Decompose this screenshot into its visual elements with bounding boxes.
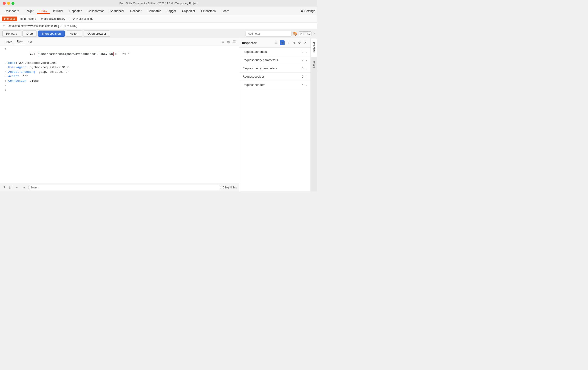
line-content-7 <box>8 83 236 88</box>
help-icon[interactable]: ? <box>313 32 315 36</box>
code-line-4: 4 Accept-Encoding: gzip, deflate, br <box>3 70 236 74</box>
nav-learn[interactable]: Learn <box>219 8 232 13</box>
side-tab-inspector[interactable]: Inspector <box>311 38 317 57</box>
inspector-row-request-attributes[interactable]: Request attributes 2 ⌄ <box>239 48 311 56</box>
sub-nav-intercept[interactable]: Intercept <box>2 17 17 21</box>
back-button[interactable]: ← <box>14 185 20 190</box>
inspector-align-right-icon[interactable]: ⊠ <box>291 41 296 45</box>
chevron-down-icon: ⌄ <box>305 59 307 62</box>
nav-logger[interactable]: Logger <box>164 8 179 13</box>
search-input[interactable] <box>28 185 221 190</box>
inspector-row-label: Request query parameters <box>242 58 302 62</box>
line-content-4: Accept-Encoding: gzip, deflate, br <box>8 70 236 74</box>
nav-sequencer[interactable]: Sequencer <box>107 8 127 13</box>
newline-icon[interactable]: \n <box>226 40 231 44</box>
chevron-down-icon: ⌄ <box>305 67 307 70</box>
menu-icon[interactable]: ☰ <box>232 40 237 44</box>
line-content-6: Connection: close <box>8 79 236 83</box>
chevron-down-icon: ⌄ <box>305 75 307 78</box>
http-method: GET <box>30 52 37 56</box>
sub-nav-http-history[interactable]: HTTP history <box>18 17 38 21</box>
tab-hex[interactable]: Hex <box>25 40 35 44</box>
intercept-toggle-button[interactable]: Intercept is on <box>38 31 65 37</box>
line-content-8 <box>8 88 236 92</box>
line-content-5: Accept: */* <box>8 74 236 79</box>
inspector-row-query-params[interactable]: Request query parameters 2 ⌄ <box>239 56 311 64</box>
title-bar: Burp Suite Community Edition v2023.11.1.… <box>0 0 317 7</box>
nav-comparer[interactable]: Comparer <box>145 8 164 13</box>
inspector-close-icon[interactable]: ✕ <box>303 41 308 45</box>
proxy-settings-button[interactable]: ⚙ Proxy settings <box>71 17 95 21</box>
inspector-panel: Inspector ☰ ⊞ ⊟ ⊠ ⚙ ✕ Request attributes… <box>239 38 311 191</box>
line-number: 2 <box>3 61 6 65</box>
nav-decoder[interactable]: Decoder <box>127 8 144 13</box>
code-line-2: 2 Host: www.testcode.com:9201 <box>3 61 236 65</box>
nav-repeater[interactable]: Repeater <box>67 8 84 13</box>
line-number: 5 <box>3 74 6 79</box>
http-version-badge: HTTP/1 <box>299 31 311 36</box>
line-number: 7 <box>3 83 6 88</box>
inspector-header: Inspector ☰ ⊞ ⊟ ⊠ ⚙ ✕ <box>239 38 311 48</box>
inspector-split-icon[interactable]: ⊞ <box>280 41 284 45</box>
code-line-3: 3 User-Agent: python-requests/2.31.0 <box>3 65 236 70</box>
inspector-row-count: 2 <box>302 58 304 62</box>
inspector-row-label: Request body parameters <box>242 67 302 70</box>
colorful-burp-icon: 🎨 <box>293 31 297 36</box>
close-button[interactable] <box>3 2 6 5</box>
question-button[interactable]: ? <box>2 185 6 190</box>
main-content: Pretty Raw Hex ≡ \n ☰ 1 GET /?username=t… <box>0 38 317 191</box>
line-content-2: Host: www.testcode.com:9201 <box>8 61 236 65</box>
line-number: 6 <box>3 79 6 83</box>
maximize-button[interactable] <box>11 2 14 5</box>
line-content-3: User-Agent: python-requests/2.31.0 <box>8 65 236 70</box>
add-notes-input[interactable] <box>246 31 292 37</box>
settings-button[interactable]: ⚙ Settings <box>301 9 315 13</box>
code-editor[interactable]: 1 GET /?username=test&passwd=aaabbbccc12… <box>0 45 239 183</box>
inspector-rows: Request attributes 2 ⌄ Request query par… <box>239 48 311 191</box>
inspector-row-headers[interactable]: Request headers 5 ⌄ <box>239 81 311 89</box>
tab-raw[interactable]: Raw <box>14 39 25 44</box>
forward-button[interactable]: Forward <box>2 31 21 37</box>
sub-nav-websockets-history[interactable]: WebSockets history <box>39 17 68 21</box>
window-title: Burp Suite Community Edition v2023.11.1.… <box>119 2 198 5</box>
code-line-7: 7 <box>3 83 236 88</box>
line-number: 1 <box>3 47 6 61</box>
line-content-1: GET /?username=test&passwd=aaabbbccc1234… <box>8 47 236 61</box>
open-browser-button[interactable]: Open browser <box>84 31 110 37</box>
nav-divider <box>69 17 69 21</box>
main-nav: Dashboard Target Proxy Intruder Repeater… <box>0 7 317 15</box>
action-button[interactable]: Action <box>66 31 82 37</box>
nav-dashboard[interactable]: Dashboard <box>2 8 22 13</box>
gear-icon: ⚙ <box>72 17 75 21</box>
nav-collaborator[interactable]: Collaborator <box>85 8 106 13</box>
inspector-row-cookies[interactable]: Request cookies 0 ⌄ <box>239 72 311 81</box>
view-icons: ≡ \n ☰ <box>221 40 237 44</box>
inspector-title: Inspector <box>242 41 273 45</box>
inspector-row-body-params[interactable]: Request body parameters 0 ⌄ <box>239 64 311 72</box>
http-version-text: HTTP/1.1 <box>114 52 130 56</box>
inspector-align-left-icon[interactable]: ⊟ <box>285 41 290 45</box>
drop-button[interactable]: Drop <box>22 31 37 37</box>
inspector-row-label: Request attributes <box>242 50 302 53</box>
nav-extensions[interactable]: Extensions <box>199 8 219 13</box>
request-bar: ✏ Request to http://www.testcode.com:920… <box>0 22 317 29</box>
side-tab-notes[interactable]: Notes <box>311 57 317 71</box>
code-line-5: 5 Accept: */* <box>3 74 236 79</box>
inspector-row-label: Request headers <box>242 83 302 87</box>
inspector-list-icon[interactable]: ☰ <box>274 41 279 45</box>
url-path: /?username=test&passwd=aaabbbccc12345678… <box>37 52 114 56</box>
inspector-settings-icon[interactable]: ⚙ <box>297 41 302 45</box>
minimize-button[interactable] <box>7 2 10 5</box>
nav-proxy[interactable]: Proxy <box>37 8 50 14</box>
pencil-icon: ✏ <box>3 24 5 28</box>
editor-panel: Pretty Raw Hex ≡ \n ☰ 1 GET /?username=t… <box>0 38 239 191</box>
settings-bottom-button[interactable]: ⚙ <box>8 185 13 190</box>
nav-organizer[interactable]: Organizer <box>179 8 198 13</box>
tab-pretty[interactable]: Pretty <box>2 40 14 44</box>
nav-target[interactable]: Target <box>22 8 36 13</box>
text-view-icon[interactable]: ≡ <box>221 40 225 44</box>
inspector-row-count: 2 <box>302 50 304 53</box>
nav-intruder[interactable]: Intruder <box>50 8 66 13</box>
inspector-row-count: 0 <box>302 75 304 78</box>
forward-nav-button[interactable]: → <box>21 185 26 190</box>
